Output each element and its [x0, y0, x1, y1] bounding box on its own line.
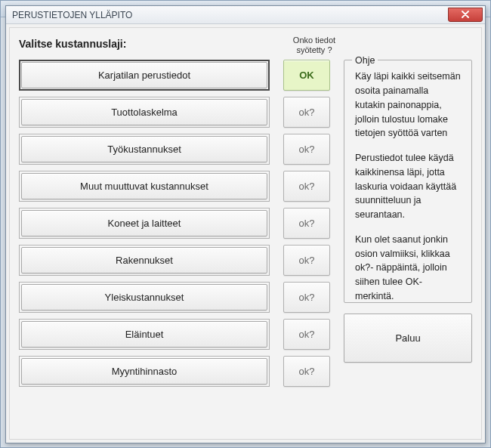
right-column: Ohje Käy läpi kaikki seitsemän osoita pa… — [344, 60, 472, 363]
help-box: Ohje Käy läpi kaikki seitsemän osoita pa… — [344, 60, 472, 303]
category-item-frame: Rakennukset — [19, 245, 270, 276]
dialog-client: Valitse kustannuslaji: Onko tiedot syöte… — [9, 27, 482, 440]
status-header-line1: Onko tiedot — [293, 36, 335, 45]
content-row: Karjatilan perustiedot Tuottolaskelma Ty… — [19, 60, 472, 393]
category-button[interactable]: Yleiskustannukset — [21, 284, 267, 311]
back-button[interactable]: Paluu — [344, 314, 472, 363]
category-item-frame: Myyntihinnasto — [19, 356, 270, 387]
status-header: Onko tiedot syötetty ? — [285, 36, 344, 55]
status-button[interactable]: ok? — [283, 97, 330, 128]
status-button[interactable]: ok? — [283, 282, 330, 313]
category-item-frame: Tuottolaskelma — [19, 97, 270, 128]
status-header-line2: syötetty ? — [296, 45, 332, 54]
category-item-frame: Koneet ja laitteet — [19, 208, 270, 239]
prompt-title: Valitse kustannuslaji: — [19, 36, 276, 50]
status-button[interactable]: ok? — [283, 171, 330, 202]
help-legend: Ohje — [352, 54, 378, 68]
category-button[interactable]: Muut muuttuvat kustannukset — [21, 173, 267, 199]
titlebar[interactable]: PERUSTIETOJEN YLLÄPITO — [6, 6, 485, 24]
category-button[interactable]: Myyntihinnasto — [21, 358, 267, 385]
category-item-frame: Karjatilan perustiedot — [19, 60, 270, 91]
category-button[interactable]: Rakennukset — [21, 247, 267, 273]
category-button[interactable]: Koneet ja laitteet — [21, 210, 267, 236]
help-paragraph: Perustiedot tulee käydä kaikkinensa läpi… — [355, 151, 461, 222]
category-item-frame: Muut muuttuvat kustannukset — [19, 171, 270, 202]
dialog-window: PERUSTIETOJEN YLLÄPITO Valitse kustannus… — [5, 5, 486, 443]
category-item-frame: Työkustannukset — [19, 134, 270, 165]
category-item-frame: Eläintuet — [19, 319, 270, 350]
status-button[interactable]: ok? — [283, 245, 330, 276]
help-paragraph: Kun olet saanut jonkin osion valmiiksi, … — [355, 233, 461, 304]
status-button[interactable]: ok? — [283, 356, 330, 387]
help-paragraph: Käy läpi kaikki seitsemän osoita painama… — [355, 70, 461, 141]
category-item-frame: Yleiskustannukset — [19, 282, 270, 313]
header-row: Valitse kustannuslaji: Onko tiedot syöte… — [19, 36, 472, 55]
category-button[interactable]: Eläintuet — [21, 321, 267, 348]
close-icon — [462, 10, 469, 20]
status-list: OK ok? ok? ok? ok? ok? ok? ok? ok? — [283, 60, 330, 393]
status-button[interactable]: OK — [283, 60, 330, 91]
status-button[interactable]: ok? — [283, 208, 330, 239]
status-button[interactable]: ok? — [283, 134, 330, 165]
category-list: Karjatilan perustiedot Tuottolaskelma Ty… — [19, 60, 270, 393]
category-button[interactable]: Työkustannukset — [21, 136, 267, 162]
category-button[interactable]: Karjatilan perustiedot — [21, 62, 267, 88]
category-button[interactable]: Tuottolaskelma — [21, 99, 267, 125]
window-title: PERUSTIETOJEN YLLÄPITO — [12, 10, 132, 20]
status-button[interactable]: ok? — [283, 319, 330, 350]
close-button[interactable] — [448, 8, 483, 22]
